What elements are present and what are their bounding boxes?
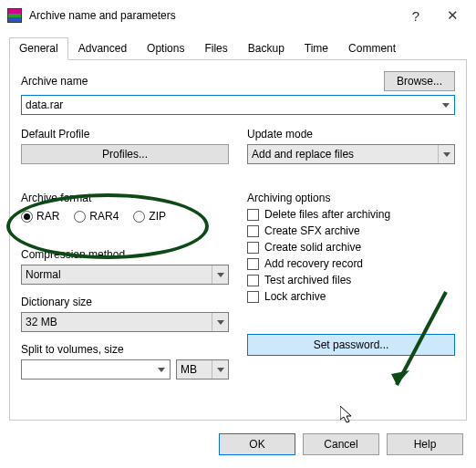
radio-icon	[133, 211, 145, 223]
checkbox-test-archived[interactable]: Test archived files	[247, 274, 455, 286]
checkbox-icon	[247, 242, 259, 254]
dictionary-size-section: Dictionary size	[21, 296, 229, 332]
archive-format-label: Archive format	[21, 192, 229, 204]
tab-advanced[interactable]: Advanced	[68, 37, 137, 60]
tab-time[interactable]: Time	[295, 37, 338, 60]
checkbox-icon	[247, 291, 259, 303]
chevron-down-icon[interactable]	[212, 265, 228, 284]
archive-name-row: Archive name Browse...	[21, 71, 455, 91]
compression-method-section: Compression method	[21, 248, 229, 285]
chevron-down-icon[interactable]	[212, 360, 228, 379]
close-button[interactable]: ✕	[434, 3, 471, 28]
checkbox-add-recovery[interactable]: Add recovery record	[247, 257, 455, 270]
checkbox-create-sfx[interactable]: Create SFX archive	[247, 224, 455, 237]
update-mode-select[interactable]	[247, 144, 455, 164]
checkbox-label: Test archived files	[264, 274, 351, 286]
compression-method-value[interactable]	[21, 265, 229, 285]
archive-format-radio-group: RAR RAR4 ZIP	[21, 210, 229, 223]
dialog-window: Archive name and parameters ? ✕ General …	[0, 0, 476, 468]
ok-button[interactable]: OK	[219, 433, 295, 455]
update-mode-label: Update mode	[247, 128, 455, 140]
app-icon	[7, 8, 22, 23]
svg-marker-2	[340, 406, 351, 422]
checkbox-icon	[247, 209, 259, 221]
checkbox-delete-after-archiving[interactable]: Delete files after archiving	[247, 208, 455, 221]
set-password-section: Set password...	[247, 334, 455, 356]
help-button-footer[interactable]: Help	[387, 433, 463, 455]
profiles-button[interactable]: Profiles...	[21, 144, 229, 164]
checkbox-icon	[247, 258, 259, 270]
tab-strip: General Advanced Options Files Backup Ti…	[9, 36, 467, 60]
update-mode-value[interactable]	[247, 144, 455, 164]
tab-backup[interactable]: Backup	[238, 37, 295, 60]
split-volumes-unit-select[interactable]	[176, 359, 229, 380]
tab-comment[interactable]: Comment	[338, 37, 406, 60]
checkbox-label: Lock archive	[264, 290, 326, 303]
radio-rar4[interactable]: RAR4	[74, 210, 119, 223]
dictionary-size-value[interactable]	[21, 312, 229, 332]
checkbox-create-solid[interactable]: Create solid archive	[247, 241, 455, 254]
archiving-options-section: Archiving options Delete files after arc…	[247, 192, 455, 303]
tab-panel-general: Archive name Browse... Default Profile P…	[9, 60, 467, 421]
compression-method-label: Compression method	[21, 248, 229, 261]
checkbox-label: Create solid archive	[264, 241, 361, 254]
browse-button[interactable]: Browse...	[384, 71, 455, 91]
archive-format-section: Archive format RAR RAR4 ZIP	[21, 192, 229, 223]
radio-label: ZIP	[149, 210, 166, 223]
chevron-down-icon[interactable]	[153, 360, 170, 379]
window-title: Archive name and parameters	[29, 9, 398, 22]
cursor-icon	[340, 406, 355, 424]
archive-name-combo[interactable]	[21, 95, 455, 115]
radio-icon	[74, 211, 86, 223]
radio-icon	[21, 211, 33, 223]
dictionary-size-label: Dictionary size	[21, 296, 229, 308]
radio-label: RAR4	[89, 210, 119, 223]
left-column: Default Profile Profiles... Archive form…	[21, 128, 229, 380]
radio-zip[interactable]: ZIP	[133, 210, 166, 223]
cancel-button[interactable]: Cancel	[303, 433, 379, 455]
split-volumes-combo[interactable]	[21, 359, 171, 380]
chevron-down-icon[interactable]	[438, 96, 454, 114]
dialog-footer: OK Cancel Help	[0, 426, 476, 468]
tab-files[interactable]: Files	[194, 37, 237, 60]
split-volumes-label: Split to volumes, size	[21, 343, 229, 356]
radio-rar[interactable]: RAR	[21, 210, 59, 223]
compression-method-select[interactable]	[21, 265, 229, 285]
checkbox-lock-archive[interactable]: Lock archive	[247, 290, 455, 303]
help-button[interactable]: ?	[398, 3, 434, 28]
checkbox-icon	[247, 225, 259, 237]
right-column: Update mode Archiving options Delete fil…	[247, 128, 455, 380]
checkbox-icon	[247, 275, 259, 286]
archive-name-label: Archive name	[21, 75, 377, 88]
split-volumes-input[interactable]	[21, 359, 171, 380]
checkbox-label: Add recovery record	[264, 257, 363, 270]
checkbox-label: Create SFX archive	[264, 224, 360, 237]
radio-label: RAR	[36, 210, 59, 223]
chevron-down-icon[interactable]	[212, 313, 228, 331]
chevron-down-icon[interactable]	[438, 145, 454, 163]
archive-name-input[interactable]	[21, 95, 455, 115]
archiving-options-label: Archiving options	[247, 192, 455, 204]
split-volumes-section: Split to volumes, size	[21, 343, 229, 380]
default-profile-label: Default Profile	[21, 128, 229, 140]
set-password-button[interactable]: Set password...	[247, 334, 455, 356]
tab-options[interactable]: Options	[137, 37, 194, 60]
dictionary-size-select[interactable]	[21, 312, 229, 332]
titlebar: Archive name and parameters ? ✕	[0, 0, 476, 31]
tab-general[interactable]: General	[9, 37, 68, 60]
default-profile-section: Default Profile Profiles...	[21, 128, 229, 164]
update-mode-section: Update mode	[247, 128, 455, 164]
checkbox-label: Delete files after archiving	[264, 208, 390, 221]
